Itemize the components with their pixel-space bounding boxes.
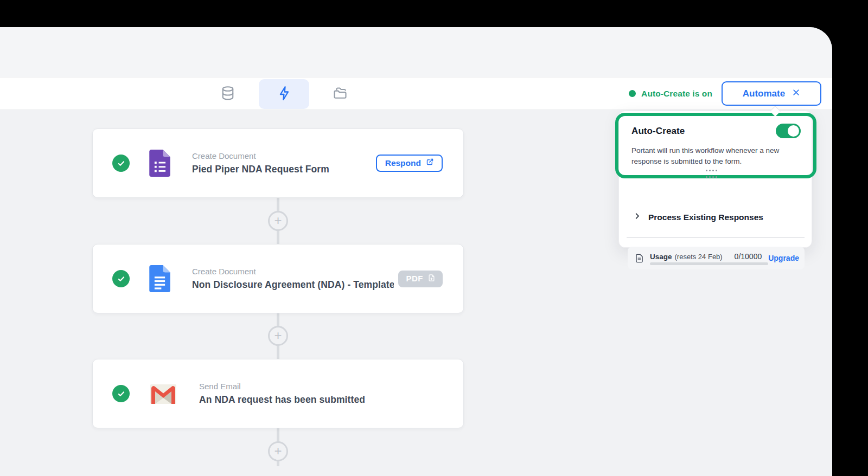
step-type-label: Send Email bbox=[199, 382, 365, 391]
pdf-output-badge[interactable]: PDF bbox=[398, 271, 443, 287]
close-icon[interactable] bbox=[792, 88, 800, 99]
step-type-label: Create Document bbox=[192, 151, 329, 160]
add-step-button[interactable] bbox=[268, 211, 288, 231]
drag-handle-dots bbox=[706, 170, 717, 183]
tab-output-folder[interactable] bbox=[328, 82, 353, 106]
add-step-button[interactable] bbox=[268, 441, 288, 461]
usage-label: Usage bbox=[650, 253, 672, 261]
step-type-label: Create Document bbox=[192, 267, 394, 276]
step-complete-check-icon bbox=[112, 385, 130, 402]
workflow-toolbar: Auto-Create is on Automate bbox=[0, 77, 832, 110]
upgrade-link[interactable]: Upgrade bbox=[768, 254, 799, 262]
respond-button-label: Respond bbox=[385, 158, 421, 168]
automate-button-label: Automate bbox=[743, 88, 785, 99]
automate-popover: Auto-Create Portant will run this workfl… bbox=[618, 111, 812, 248]
step-title: Pied Piper NDA Request Form bbox=[192, 164, 329, 175]
app-window: Auto-Create is on Automate bbox=[0, 27, 832, 476]
workflow-step-form[interactable]: Create Document Pied Piper NDA Request F… bbox=[92, 128, 464, 198]
auto-create-toggle[interactable] bbox=[776, 124, 801, 138]
process-existing-responses[interactable]: Process Existing Responses bbox=[633, 212, 763, 222]
auto-create-status: Auto-Create is on bbox=[629, 89, 712, 99]
document-icon bbox=[634, 253, 644, 263]
google-forms-icon bbox=[149, 150, 170, 177]
lightning-icon bbox=[276, 85, 292, 104]
database-icon bbox=[220, 85, 236, 104]
workflow-step-email[interactable]: Send Email An NDA request has been submi… bbox=[92, 359, 464, 428]
app-header-strip bbox=[0, 27, 832, 77]
divider bbox=[627, 237, 805, 237]
step-complete-check-icon bbox=[112, 155, 130, 172]
step-title: Non Disclosure Agreement (NDA) - Templat… bbox=[192, 279, 394, 291]
respond-button[interactable]: Respond bbox=[376, 155, 443, 172]
file-plus-icon bbox=[427, 274, 436, 284]
automate-button[interactable]: Automate bbox=[722, 81, 821, 106]
tab-automation[interactable] bbox=[259, 79, 309, 109]
google-docs-icon bbox=[149, 265, 170, 292]
status-label: Auto-Create is on bbox=[641, 89, 712, 99]
tab-source-data[interactable] bbox=[215, 82, 240, 106]
folder-icon bbox=[332, 85, 348, 104]
step-complete-check-icon bbox=[112, 270, 130, 287]
workflow-step-document[interactable]: Create Document Non Disclosure Agreement… bbox=[92, 244, 464, 313]
auto-create-title: Auto-Create bbox=[631, 126, 685, 137]
status-dot-icon bbox=[629, 90, 636, 97]
usage-resets-note: (resets 24 Feb) bbox=[675, 253, 723, 261]
usage-count: 0/10000 bbox=[735, 252, 762, 261]
chevron-right-icon bbox=[633, 212, 641, 222]
step-title: An NDA request has been submitted bbox=[199, 394, 365, 406]
usage-progress-bar bbox=[650, 262, 768, 265]
process-existing-label: Process Existing Responses bbox=[648, 213, 763, 222]
toggle-knob bbox=[788, 125, 799, 137]
add-step-button[interactable] bbox=[268, 326, 288, 346]
external-link-icon bbox=[426, 158, 434, 168]
pdf-badge-label: PDF bbox=[406, 274, 424, 283]
usage-meter: Usage (resets 24 Feb) 0/10000 Upgrade bbox=[628, 247, 805, 269]
gmail-icon bbox=[149, 383, 177, 404]
auto-create-description: Portant will run this workflow whenever … bbox=[631, 145, 799, 166]
